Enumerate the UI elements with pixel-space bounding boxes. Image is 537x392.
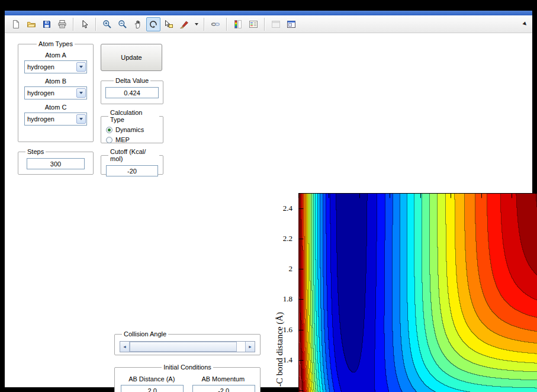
- slider-track[interactable]: [130, 342, 245, 352]
- zoom-out-icon: [118, 20, 127, 29]
- y-tick-label: 2: [289, 264, 293, 274]
- title-bar-strip: [5, 11, 532, 15]
- slider-right-arrow-icon[interactable]: ►: [245, 342, 255, 352]
- initial-conditions-legend: Initial Conditions: [162, 364, 213, 371]
- save-button[interactable]: [40, 17, 54, 31]
- new-figure-button[interactable]: [9, 17, 23, 31]
- radio-dynamics[interactable]: Dynamics: [106, 126, 158, 133]
- collision-angle-slider[interactable]: ◄ ►: [120, 341, 255, 352]
- show-plot-tools-button[interactable]: [284, 17, 298, 31]
- atom-types-legend: Atom Types: [37, 40, 75, 47]
- toolbar-separator: [226, 18, 227, 31]
- hide-plot-tools-button[interactable]: [269, 17, 283, 31]
- insert-legend-button[interactable]: [246, 17, 261, 31]
- cutoff-legend: Cutoff (Kcal/ mol): [108, 148, 159, 162]
- legend-icon: [249, 20, 258, 29]
- figure-toolbar: ▶: [5, 15, 532, 33]
- collision-angle-panel: Collision Angle ◄ ►: [114, 330, 261, 355]
- brush-button[interactable]: [177, 17, 191, 31]
- toolbar-separator: [95, 18, 97, 31]
- atom-b-select[interactable]: hydrogen: [24, 86, 87, 99]
- toolbar-overflow-icon[interactable]: ▶: [522, 21, 529, 27]
- atom-b-value: hydrogen: [25, 89, 76, 97]
- open-file-button[interactable]: [24, 17, 38, 31]
- brush-icon: [179, 20, 189, 29]
- hide-plot-tools-icon: [271, 20, 281, 29]
- toolbar-separator: [204, 18, 205, 31]
- arrow-cursor-icon: [80, 20, 89, 29]
- new-document-icon: [11, 20, 21, 29]
- radio-mep-label: MEP: [115, 136, 130, 143]
- radio-circle-icon: [106, 127, 112, 133]
- initial-conditions-panel: Initial Conditions AB Distance (A) AB Mo…: [114, 364, 261, 392]
- brush-dropdown-button[interactable]: [192, 17, 201, 32]
- ab-momentum-field[interactable]: [192, 385, 255, 392]
- atom-a-value: hydrogen: [25, 63, 76, 70]
- atom-b-dropdown-arrow-icon[interactable]: [76, 88, 86, 98]
- data-cursor-icon: [164, 20, 173, 29]
- calculation-type-panel: Calculation Type Dynamics MEP: [101, 109, 163, 143]
- delta-value-legend: Delta Value: [114, 77, 150, 84]
- toolbar-separator: [73, 18, 74, 31]
- ab-distance-label: AB Distance (A): [121, 375, 183, 383]
- toolbar-separator: [264, 18, 265, 31]
- rotate-3d-button[interactable]: [146, 17, 160, 31]
- dock-figure-icon: [287, 20, 296, 29]
- ab-distance-field[interactable]: [121, 385, 184, 392]
- data-cursor-button[interactable]: [162, 17, 176, 31]
- atom-c-select[interactable]: hydrogen: [24, 113, 87, 126]
- delta-value-field[interactable]: [105, 87, 159, 98]
- atom-a-select[interactable]: hydrogen: [24, 60, 87, 73]
- steps-panel: Steps: [18, 148, 94, 175]
- radio-circle-icon: [106, 137, 112, 143]
- atom-types-panel: Atom Types Atom A hydrogen Atom B hydrog…: [18, 40, 94, 142]
- printer-icon: [57, 20, 67, 29]
- slider-left-arrow-icon[interactable]: ◄: [120, 342, 130, 352]
- atom-c-dropdown-arrow-icon[interactable]: [76, 114, 86, 124]
- zoom-out-button[interactable]: [115, 17, 130, 31]
- insert-colorbar-button[interactable]: [231, 17, 245, 31]
- atom-a-dropdown-arrow-icon[interactable]: [76, 62, 86, 72]
- cutoff-panel: Cutoff (Kcal/ mol) Collision Angle ◄ ► I…: [101, 148, 163, 175]
- y-axis-label: B-C bond distance (Å): [275, 287, 285, 392]
- calculation-type-legend: Calculation Type: [108, 109, 159, 123]
- print-button[interactable]: [55, 17, 69, 31]
- chevron-down-icon: [195, 23, 198, 25]
- y-tick-label: 2.4: [283, 204, 292, 213]
- save-icon: [42, 20, 52, 29]
- atom-c-label: Atom C: [22, 104, 89, 111]
- ab-momentum-label: AB Momentum: [192, 375, 255, 383]
- zoom-in-button[interactable]: [100, 17, 114, 31]
- atom-c-value: hydrogen: [25, 115, 76, 123]
- atom-a-label: Atom A: [22, 52, 89, 59]
- colorbar-icon: [233, 20, 243, 29]
- link-plot-button[interactable]: [208, 17, 223, 31]
- update-button[interactable]: Update: [101, 44, 162, 71]
- hand-icon: [133, 20, 143, 29]
- radio-mep[interactable]: MEP: [106, 136, 158, 143]
- slider-thumb[interactable]: [130, 342, 237, 352]
- steps-field[interactable]: [27, 158, 85, 169]
- rotate-3d-icon: [149, 20, 158, 29]
- zoom-in-icon: [102, 20, 112, 29]
- pan-button[interactable]: [131, 17, 145, 31]
- atom-b-label: Atom B: [22, 78, 89, 85]
- edit-plot-button[interactable]: [78, 17, 92, 31]
- cutoff-field[interactable]: [106, 165, 158, 176]
- radio-dynamics-label: Dynamics: [115, 126, 144, 133]
- open-folder-icon: [27, 20, 36, 29]
- chain-link-icon: [211, 20, 220, 29]
- collision-angle-legend: Collision Angle: [122, 330, 168, 338]
- y-tick-label: 2.2: [283, 234, 292, 243]
- figure-window: ▶ Atom Types Atom A hydrogen Atom B hydr…: [5, 11, 532, 387]
- delta-value-panel: Delta Value: [101, 77, 163, 104]
- screen: { "colors": { "titlebar_blue": "#2e62c4"…: [0, 0, 537, 392]
- steps-legend: Steps: [25, 148, 46, 155]
- potential-energy-surface[interactable]: [298, 193, 537, 392]
